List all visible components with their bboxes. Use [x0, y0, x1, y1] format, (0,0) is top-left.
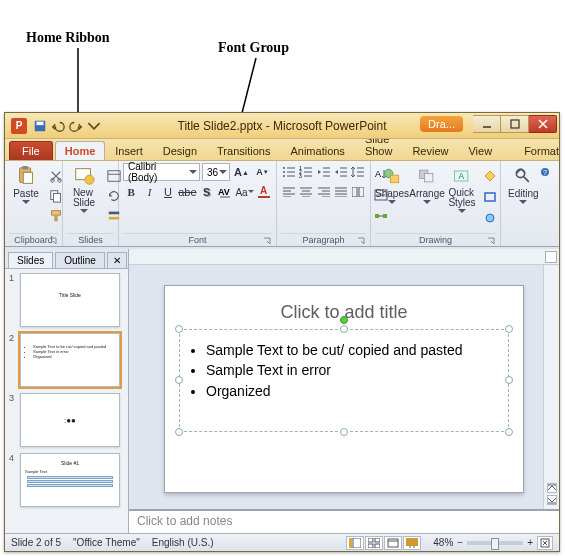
- maximize-button[interactable]: [501, 115, 529, 133]
- dialog-launcher-icon[interactable]: [49, 237, 57, 245]
- tab-format[interactable]: Format: [514, 141, 565, 160]
- font-size-combo[interactable]: 36: [202, 163, 230, 181]
- arrange-button[interactable]: Arrange: [410, 163, 444, 207]
- close-button[interactable]: [529, 115, 557, 133]
- tab-view[interactable]: View: [458, 141, 502, 160]
- bullet-item[interactable]: Sample Text in error: [206, 360, 500, 380]
- next-slide-icon[interactable]: [547, 495, 557, 505]
- grow-font-icon[interactable]: A▲: [232, 163, 251, 181]
- tab-file[interactable]: File: [9, 141, 53, 160]
- tab-transitions[interactable]: Transitions: [207, 141, 280, 160]
- fit-to-window-icon[interactable]: [537, 536, 553, 550]
- resize-handle[interactable]: [505, 428, 513, 436]
- status-language[interactable]: English (U.S.): [152, 537, 214, 548]
- resize-handle[interactable]: [175, 376, 183, 384]
- change-case-icon[interactable]: Aa: [235, 183, 253, 201]
- bullets-icon[interactable]: [281, 163, 296, 181]
- status-slide-number: Slide 2 of 5: [11, 537, 61, 548]
- shapes-button[interactable]: Shapes: [375, 163, 409, 207]
- zoom-out-icon[interactable]: −: [457, 537, 463, 548]
- numbering-icon[interactable]: 123: [298, 163, 313, 181]
- panel-tab-outline[interactable]: Outline: [55, 252, 105, 268]
- tab-home[interactable]: Home: [55, 141, 106, 160]
- reading-view-icon[interactable]: [384, 536, 402, 550]
- underline-icon[interactable]: U: [160, 183, 176, 201]
- new-slide-button[interactable]: New Slide: [67, 163, 101, 216]
- bullet-item[interactable]: Organized: [206, 381, 500, 401]
- font-name-combo[interactable]: Calibri (Body): [123, 163, 200, 181]
- vertical-scrollbar[interactable]: [543, 265, 559, 509]
- dialog-launcher-icon[interactable]: [263, 237, 271, 245]
- resize-handle[interactable]: [175, 428, 183, 436]
- thumbnail-3[interactable]: 3 :●●: [9, 393, 124, 447]
- save-icon[interactable]: [33, 119, 47, 133]
- resize-handle[interactable]: [505, 376, 513, 384]
- shape-fill-icon[interactable]: [480, 167, 500, 185]
- shrink-font-icon[interactable]: A▼: [253, 163, 272, 181]
- ribbon-minimize-icon[interactable]: [511, 163, 531, 181]
- tab-insert[interactable]: Insert: [105, 141, 153, 160]
- zoom-in-icon[interactable]: +: [527, 537, 533, 548]
- italic-icon[interactable]: I: [141, 183, 157, 201]
- quick-access-toolbar: [33, 119, 101, 133]
- slide-canvas[interactable]: Click to add title Sample Text to be cut…: [129, 265, 559, 509]
- rotation-handle-icon[interactable]: [340, 316, 348, 324]
- justify-icon[interactable]: [333, 183, 348, 201]
- columns-icon[interactable]: [351, 183, 366, 201]
- chevron-down-icon: [80, 209, 88, 214]
- shape-effects-icon[interactable]: [480, 209, 500, 227]
- status-bar: Slide 2 of 5 "Office Theme" English (U.S…: [5, 533, 559, 551]
- ruler-toggle-icon[interactable]: [545, 251, 557, 263]
- paste-button[interactable]: Paste: [9, 163, 43, 207]
- bold-icon[interactable]: B: [123, 183, 139, 201]
- normal-view-icon[interactable]: [346, 536, 364, 550]
- thumbnail-2[interactable]: 2 Sample Text to be cut/ copied and past…: [9, 333, 124, 387]
- decrease-indent-icon[interactable]: [316, 163, 331, 181]
- group-font: Calibri (Body) 36 A▲ A▼ B I U: [119, 161, 277, 246]
- quick-styles-button[interactable]: A Quick Styles: [445, 163, 479, 216]
- increase-indent-icon[interactable]: [333, 163, 348, 181]
- panel-tab-slides[interactable]: Slides: [8, 252, 53, 268]
- tab-review[interactable]: Review: [402, 141, 458, 160]
- body-placeholder[interactable]: Sample Text to be cut/ copied and pasted…: [179, 329, 509, 432]
- zoom-value[interactable]: 48%: [433, 537, 453, 548]
- bullet-item[interactable]: Sample Text to be cut/ copied and pasted: [206, 340, 500, 360]
- prev-slide-icon[interactable]: [547, 483, 557, 493]
- thumbnail-1[interactable]: 1 Title Slide: [9, 273, 124, 327]
- dialog-launcher-icon[interactable]: [357, 237, 365, 245]
- zoom-slider[interactable]: [467, 541, 523, 545]
- resize-handle[interactable]: [340, 428, 348, 436]
- arrange-icon: [416, 165, 438, 187]
- align-center-icon[interactable]: [298, 183, 313, 201]
- resize-handle[interactable]: [175, 325, 183, 333]
- notes-pane[interactable]: Click to add notes: [129, 509, 559, 533]
- align-left-icon[interactable]: [281, 183, 296, 201]
- dialog-launcher-icon[interactable]: [487, 237, 495, 245]
- redo-icon[interactable]: [69, 119, 83, 133]
- char-spacing-icon[interactable]: AV: [217, 183, 233, 201]
- shape-outline-icon[interactable]: [480, 188, 500, 206]
- line-spacing-icon[interactable]: [351, 163, 366, 181]
- help-icon[interactable]: ?: [535, 163, 555, 181]
- resize-handle[interactable]: [505, 325, 513, 333]
- resize-handle[interactable]: [340, 325, 348, 333]
- align-right-icon[interactable]: [316, 183, 331, 201]
- svg-point-78: [486, 214, 494, 222]
- svg-rect-25: [258, 196, 270, 198]
- svg-rect-84: [353, 538, 361, 548]
- thumbnail-4[interactable]: 4 Slide #1 Sample Text: [9, 453, 124, 507]
- minimize-button[interactable]: [473, 115, 501, 133]
- qat-dropdown-icon[interactable]: [87, 119, 101, 133]
- powerpoint-icon[interactable]: P: [11, 118, 27, 134]
- help-tag[interactable]: Dra...: [420, 116, 463, 132]
- slideshow-view-icon[interactable]: [403, 536, 421, 550]
- strikethrough-icon[interactable]: abe: [178, 183, 196, 201]
- tab-design[interactable]: Design: [153, 141, 207, 160]
- sorter-view-icon[interactable]: [365, 536, 383, 550]
- font-color-icon[interactable]: A: [256, 183, 272, 201]
- text-shadow-icon[interactable]: S: [199, 183, 215, 201]
- undo-icon[interactable]: [51, 119, 65, 133]
- panel-close-icon[interactable]: ✕: [107, 252, 127, 268]
- svg-rect-63: [352, 187, 357, 197]
- tab-animations[interactable]: Animations: [280, 141, 354, 160]
